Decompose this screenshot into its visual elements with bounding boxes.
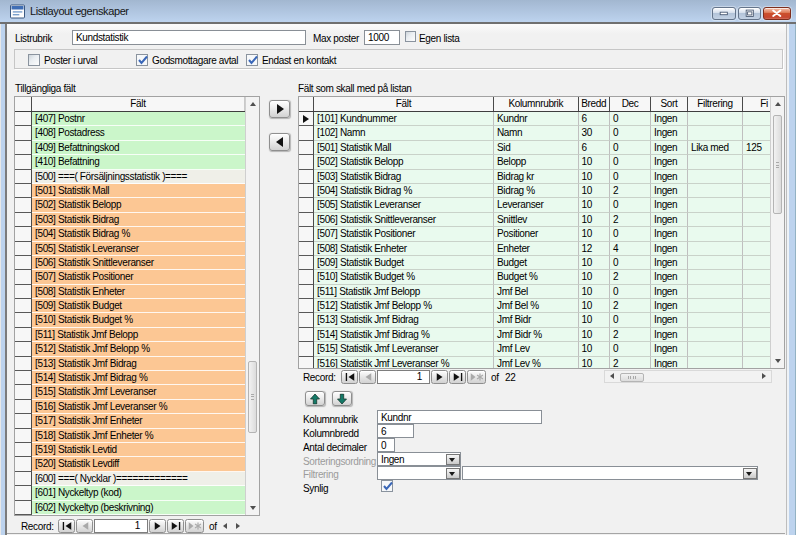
kolumnrubrik-cell[interactable]: Jmf Lev % bbox=[494, 357, 579, 369]
sort-cell[interactable]: Ingen bbox=[651, 270, 688, 284]
filtrering-cell[interactable] bbox=[688, 155, 743, 169]
filtrering-cell[interactable] bbox=[688, 184, 743, 198]
record-selector-cell[interactable] bbox=[15, 126, 32, 140]
kolumnrubrik-cell[interactable]: Sid bbox=[494, 141, 579, 155]
field-cell[interactable]: [600] ===( Nycklar )============= bbox=[32, 472, 245, 486]
record-selector-cell[interactable] bbox=[299, 126, 314, 140]
record-selector-cell[interactable] bbox=[299, 155, 314, 169]
bredd-cell[interactable]: 10 bbox=[579, 256, 611, 270]
bredd-cell[interactable]: 10 bbox=[579, 328, 611, 342]
bredd-cell[interactable]: 12 bbox=[579, 242, 611, 256]
kolumnrubrik-cell[interactable]: Kundnr bbox=[494, 112, 579, 126]
poster-i-urval-checkbox[interactable] bbox=[28, 54, 40, 66]
dec-cell[interactable]: 2 bbox=[610, 299, 651, 313]
field-cell[interactable]: [408] Postadress bbox=[32, 126, 245, 140]
record-selector-cell[interactable] bbox=[299, 313, 314, 327]
field-cell[interactable]: [504] Statistik Bidrag % bbox=[32, 227, 245, 241]
dec-cell[interactable]: 0 bbox=[610, 141, 651, 155]
scroll-right-icon[interactable] bbox=[762, 373, 766, 379]
field-cell[interactable]: [511] Statistik Jmf Belopp bbox=[32, 328, 245, 342]
dec-cell[interactable]: 2 bbox=[610, 213, 651, 227]
record-selector-cell[interactable] bbox=[15, 328, 32, 342]
field-cell[interactable]: [516] Statistik Jmf Leveranser % bbox=[32, 400, 245, 414]
field-cell[interactable]: [508] Statistik Enheter bbox=[32, 285, 245, 299]
field-cell[interactable]: [410] Befattning bbox=[32, 155, 245, 169]
filtrering-cell[interactable] bbox=[688, 170, 743, 184]
falt-column-header[interactable]: Fält bbox=[314, 97, 494, 111]
field-cell[interactable]: [519] Statistik Levtid bbox=[32, 443, 245, 457]
dec-cell[interactable]: 0 bbox=[610, 227, 651, 241]
filtrering-cell[interactable] bbox=[688, 285, 743, 299]
dec-cell[interactable]: 0 bbox=[610, 342, 651, 356]
filtrering-cell[interactable] bbox=[688, 126, 743, 140]
available-fields-vertical-scrollbar[interactable] bbox=[245, 97, 259, 515]
bredd-cell[interactable]: 10 bbox=[579, 270, 611, 284]
record-selector-header[interactable] bbox=[299, 97, 314, 111]
record-selector-cell[interactable] bbox=[15, 198, 32, 212]
scroll-right-icon[interactable] bbox=[236, 523, 240, 529]
bredd-cell[interactable]: 6 bbox=[579, 141, 611, 155]
kolumnrubrik-cell[interactable]: Budget % bbox=[494, 270, 579, 284]
record-selector-cell[interactable] bbox=[299, 328, 314, 342]
falt-cell[interactable]: [513] Statistik Jmf Bidrag bbox=[314, 313, 494, 327]
dec-cell[interactable]: 0 bbox=[610, 170, 651, 184]
bredd-cell[interactable]: 10 bbox=[579, 299, 611, 313]
filtrering-cell[interactable] bbox=[688, 299, 743, 313]
falt-column-header[interactable]: Fält bbox=[32, 97, 245, 111]
dropdown-arrow-icon[interactable] bbox=[743, 468, 757, 479]
field-cell[interactable]: [517] Statistik Jmf Enheter bbox=[32, 414, 245, 428]
sort-column-header[interactable]: Sort bbox=[651, 97, 688, 111]
dec-cell[interactable]: 0 bbox=[610, 126, 651, 140]
dropdown-arrow-icon[interactable] bbox=[446, 454, 460, 465]
dec-cell[interactable]: 2 bbox=[610, 270, 651, 284]
remove-field-button[interactable] bbox=[269, 133, 290, 151]
previous-record-button[interactable] bbox=[359, 370, 376, 384]
egen-lista-checkbox[interactable] bbox=[405, 31, 416, 42]
record-selector-cell[interactable] bbox=[15, 155, 32, 169]
dec-cell[interactable]: 0 bbox=[610, 285, 651, 299]
selected-fields-vertical-scrollbar[interactable] bbox=[770, 97, 784, 368]
kolumnrubrik-cell[interactable]: Jmf Bel % bbox=[494, 299, 579, 313]
filtrering-cell[interactable] bbox=[688, 227, 743, 241]
field-cell[interactable]: [515] Statistik Jmf Leveranser bbox=[32, 385, 245, 399]
dec-cell[interactable]: 0 bbox=[610, 256, 651, 270]
last-record-button[interactable] bbox=[449, 370, 466, 384]
field-cell[interactable]: [518] Statistik Jmf Enheter % bbox=[32, 429, 245, 443]
bredd-cell[interactable]: 10 bbox=[579, 170, 611, 184]
sort-cell[interactable]: Ingen bbox=[651, 170, 688, 184]
dec-cell[interactable]: 0 bbox=[610, 112, 651, 126]
bredd-cell[interactable]: 10 bbox=[579, 357, 611, 369]
falt-cell[interactable]: [101] Kundnummer bbox=[314, 112, 494, 126]
add-field-button[interactable] bbox=[269, 100, 290, 118]
field-cell[interactable]: [513] Statistik Jmf Bidrag bbox=[32, 357, 245, 371]
record-selector-cell[interactable] bbox=[299, 270, 314, 284]
record-selector-cell[interactable] bbox=[15, 141, 32, 155]
record-selector-cell[interactable] bbox=[15, 184, 32, 198]
sort-cell[interactable]: Ingen bbox=[651, 242, 688, 256]
last-record-button[interactable] bbox=[167, 519, 184, 533]
falt-cell[interactable]: [505] Statistik Leveranser bbox=[314, 198, 494, 212]
max-poster-input[interactable]: 1000 bbox=[364, 30, 400, 45]
scrollbar-thumb[interactable] bbox=[773, 115, 782, 214]
record-selector-cell[interactable] bbox=[15, 457, 32, 471]
selected-fields-horizontal-scrollbar[interactable] bbox=[604, 370, 772, 383]
record-selector-cell[interactable] bbox=[299, 141, 314, 155]
dec-cell[interactable]: 2 bbox=[610, 328, 651, 342]
bredd-cell[interactable]: 6 bbox=[579, 112, 611, 126]
dec-column-header[interactable]: Dec bbox=[610, 97, 651, 111]
bredd-cell[interactable]: 10 bbox=[579, 342, 611, 356]
record-selector-cell[interactable] bbox=[15, 414, 32, 428]
move-field-up-button[interactable] bbox=[305, 391, 325, 406]
kolumnrubrik-cell[interactable]: Positioner bbox=[494, 227, 579, 241]
filtrering-cell[interactable] bbox=[688, 213, 743, 227]
kolumnrubrik-cell[interactable]: Jmf Lev bbox=[494, 342, 579, 356]
kolumnrubrik-cell[interactable]: Bidrag % bbox=[494, 184, 579, 198]
sort-cell[interactable]: Ingen bbox=[651, 227, 688, 241]
falt-cell[interactable]: [507] Statistik Positioner bbox=[314, 227, 494, 241]
record-selector-cell[interactable] bbox=[15, 400, 32, 414]
field-cell[interactable]: [409] Befattningskod bbox=[32, 141, 245, 155]
field-cell[interactable]: [500] ===( Försäljningsstatistik )==== bbox=[32, 170, 245, 184]
kolumnrubrik-cell[interactable]: Budget bbox=[494, 256, 579, 270]
record-selector-cell[interactable] bbox=[15, 501, 32, 515]
field-cell[interactable]: [509] Statistik Budget bbox=[32, 299, 245, 313]
